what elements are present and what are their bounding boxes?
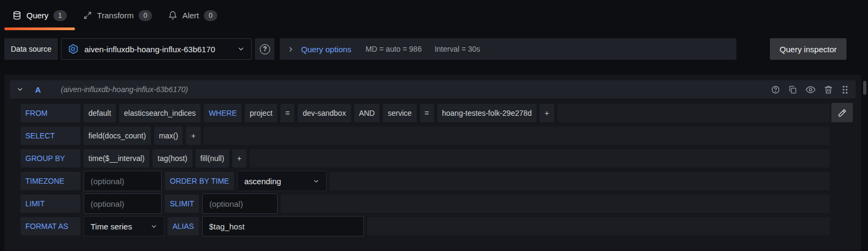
slimit-label: SLIMIT [165,194,199,213]
database-icon [12,11,22,20]
from-measurement-segment[interactable]: elasticsearch_indices [119,104,201,122]
query-options-label: Query options [301,45,351,54]
group-by-tag-segment[interactable]: tag(host) [153,149,192,168]
help-circle-icon: ? [260,44,270,54]
where-operator-segment[interactable]: = [280,104,294,122]
row-filler [204,127,830,145]
row-filler [281,194,830,213]
from-row: FROM default elasticsearch_indices WHERE… [10,103,856,123]
toggle-text-edit-button[interactable] [831,103,853,122]
tab-alert[interactable]: Alert 0 [160,0,225,31]
query-editor-card: A (aiven-influxdb-hoang-influx-63b6170) … [4,75,861,250]
alias-input[interactable] [202,216,364,236]
group-by-time-segment[interactable]: time($__interval) [84,149,149,168]
help-circle-icon[interactable] [771,85,780,94]
limit-label: LIMIT [20,194,80,213]
where-conjunction-segment[interactable]: AND [354,104,380,122]
from-label: FROM [20,104,80,122]
tab-query-count-badge: 1 [53,10,67,21]
where-operator-segment[interactable]: = [420,104,434,122]
influxdb-icon [68,44,79,54]
limit-input[interactable] [84,193,162,214]
query-row-header[interactable]: A (aiven-influxdb-hoang-influx-63b6170) [10,80,856,99]
query-options-interval: Interval = 30s [435,45,480,53]
query-options-max-data-points: MD = auto = 986 [366,45,422,53]
slimit-input[interactable] [202,193,278,214]
datasource-label: Data source [4,38,58,60]
select-field-segment[interactable]: field(docs_count) [84,127,151,145]
transform-icon [83,11,92,20]
drag-handle-icon[interactable] [841,85,849,94]
select-row: SELECT field(docs_count) max() + [10,126,856,146]
add-select-part-button[interactable]: + [186,127,200,145]
group-by-row: GROUP BY time($__interval) tag(host) fil… [10,148,856,169]
format-as-label: FORMAT AS [20,217,80,235]
where-label: WHERE [204,104,242,122]
row-filler [250,149,830,168]
alias-label: ALIAS [168,217,199,235]
select-label: SELECT [20,127,80,145]
order-by-time-value: ascending [244,177,281,186]
group-by-label: GROUP BY [20,149,80,168]
where-value-segment[interactable]: dev-sandbox [298,104,350,122]
query-ref-id: A [35,85,41,94]
datasource-picker[interactable]: aiven-influxdb-hoang-influx-63b6170 [61,38,252,60]
chevron-right-icon [287,46,294,53]
tab-alert-label: Alert [182,11,199,20]
query-inspector-button[interactable]: Query inspector [770,38,846,60]
collapse-chevron-down-icon[interactable] [16,86,24,93]
tab-query-label: Query [26,11,49,20]
order-by-time-label: ORDER BY TIME [165,172,234,190]
add-where-condition-button[interactable]: + [540,104,554,122]
trash-icon[interactable] [824,85,833,94]
from-policy-segment[interactable]: default [84,104,116,122]
order-by-time-select[interactable]: ascending [237,171,327,191]
query-options-bar[interactable]: Query options MD = auto = 986 Interval =… [280,38,736,60]
timezone-label: TIMEZONE [20,172,80,190]
bell-icon [168,11,177,20]
format-as-row: FORMAT AS Time series ALIAS [10,216,856,236]
tab-alert-count-badge: 0 [204,10,217,21]
tab-transform[interactable]: Transform 0 [75,0,160,31]
eye-icon[interactable] [805,85,816,95]
pencil-icon [838,108,847,117]
select-aggregation-segment[interactable]: max() [154,127,183,145]
add-group-by-button[interactable]: + [232,149,246,168]
active-tab-indicator [4,27,75,30]
where-key-segment[interactable]: project [245,104,277,122]
row-filler [557,104,830,122]
query-datasource-hint: (aiven-influxdb-hoang-influx-63b6170) [61,85,188,94]
query-header-actions [771,85,849,95]
limit-row: LIMIT SLIMIT [10,193,856,214]
chevron-down-icon [313,178,320,185]
tab-transform-label: Transform [97,11,134,20]
row-filler [367,217,830,235]
chevron-down-icon [150,223,157,230]
where-key-segment[interactable]: service [383,104,416,122]
datasource-help-button[interactable]: ? [255,38,274,60]
panel-editor-tabs: Query 1 Transform 0 Alert 0 [0,0,868,31]
where-value-segment[interactable]: hoang-testes-folk-29e278d [437,104,537,122]
tab-transform-count-badge: 0 [139,10,152,21]
query-rows: FROM default elasticsearch_indices WHERE… [10,103,856,236]
query-toolbar: Data source aiven-influxdb-hoang-influx-… [4,38,846,60]
copy-icon[interactable] [788,85,797,94]
group-by-fill-segment[interactable]: fill(null) [196,149,229,168]
timezone-row: TIMEZONE ORDER BY TIME ascending [10,171,856,191]
chevron-down-icon [237,45,245,53]
datasource-value: aiven-influxdb-hoang-influx-63b6170 [84,45,215,54]
format-as-select[interactable]: Time series [84,216,164,236]
tab-query[interactable]: Query 1 [4,0,75,31]
format-as-value: Time series [91,222,132,231]
row-filler [330,172,830,190]
scrollbar-thumb[interactable] [863,81,866,95]
timezone-input[interactable] [84,171,162,191]
